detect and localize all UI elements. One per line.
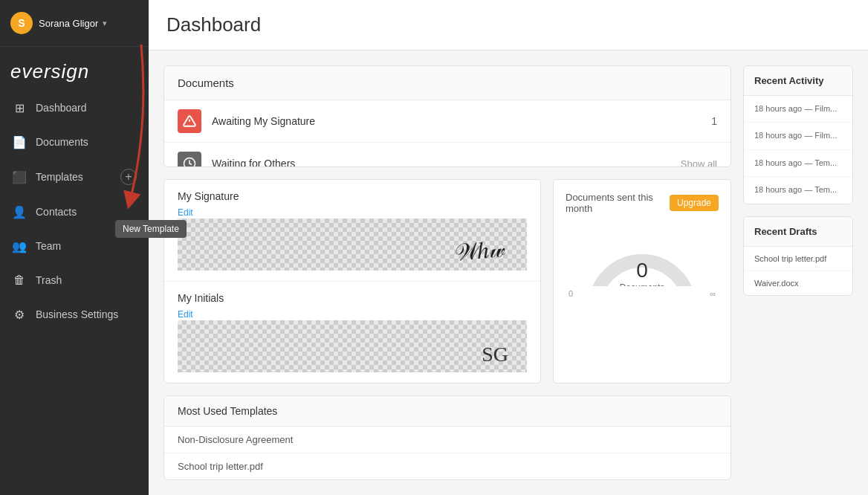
sidebar-header[interactable]: S Sorana Gligor ▾ [0,0,149,47]
left-column: Documents Awaiting My Signature 1 [163,65,731,480]
gear-icon: ⚙ [12,307,27,322]
gauge-axis-min: 0 [569,289,573,298]
people-icon: 👥 [12,239,27,253]
grid-icon: ⊞ [12,100,27,115]
signature-card: My Signature Edit 𝒲ℎ𝓌 My Initials Edit [163,179,541,384]
gauge-axis-max: ∞ [710,289,716,298]
file-icon: 📄 [12,135,27,149]
sidebar-item-label: Team [36,240,137,252]
my-initials-content: SG [178,320,527,372]
my-signature-label: My Signature [178,190,527,202]
page-title: Dashboard [166,13,261,36]
bottom-row: My Signature Edit 𝒲ℎ𝓌 My Initials Edit [163,179,731,384]
my-signature-row: My Signature Edit 𝒲ℎ𝓌 [164,180,540,282]
waiting-for-others-row[interactable]: Waiting for Others Show all [164,143,731,167]
sidebar: S Sorana Gligor ▾ eversign ⊞ Dashboard 📄… [0,0,149,495]
waiting-others-showall[interactable]: Show all [681,158,717,168]
sidebar-item-templates[interactable]: ⬛ Templates + [0,159,149,195]
new-template-plus-button[interactable]: + [120,169,137,185]
user-avatar: S [10,12,33,34]
my-initials-label: My Initials [178,292,527,304]
upgrade-button[interactable]: Upgrade [670,195,719,211]
sidebar-item-label: Documents [36,136,137,148]
templates-row: Most Used Templates Non-Disclosure Agree… [163,395,731,480]
trash-icon: 🗑 [12,273,27,288]
new-template-tooltip: New Template [115,220,187,238]
waiting-others-icon [178,152,201,167]
recent-activity-card: Recent Activity 18 hours ago — Film... 1… [743,65,853,204]
right-panel: Recent Activity 18 hours ago — Film... 1… [743,65,853,480]
template-item[interactable]: Non-Disclosure Agreement [164,427,731,453]
sidebar-item-label: Contacts [36,206,137,218]
my-initials-edit-link[interactable]: Edit [178,309,193,320]
awaiting-signature-label: Awaiting My Signature [212,115,701,127]
awaiting-signature-count: 1 [711,115,717,127]
my-initials-row: My Initials Edit SG [164,282,540,383]
signature-canvas: 𝒲ℎ𝓌 [178,219,527,271]
draft-item[interactable]: Waiver.docx [744,271,852,295]
template-icon: ⬛ [12,169,27,184]
draft-item[interactable]: School trip letter.pdf [744,247,852,271]
sidebar-item-business-settings[interactable]: ⚙ Business Settings [0,297,149,331]
my-signature-edit-link[interactable]: Edit [178,207,193,218]
person-icon: 👤 [12,204,27,219]
my-signature-content: 𝒲ℎ𝓌 [178,219,527,271]
signature-image: 𝒲ℎ𝓌 [453,235,506,267]
recent-drafts-header: Recent Drafts [744,217,852,247]
most-used-header: Most Used Templates [164,396,731,427]
activity-item: 18 hours ago — Tem... [744,150,852,177]
topbar: Dashboard [149,0,868,51]
awaiting-signature-row[interactable]: Awaiting My Signature 1 [164,100,731,143]
docs-sent-card: Documents sent this month Upgrade 0 Doc [553,179,731,384]
awaiting-signature-icon [178,109,201,133]
activity-item: 18 hours ago — Tem... [744,177,852,203]
content-area: Documents Awaiting My Signature 1 [149,51,868,495]
sidebar-item-label: Templates [36,171,120,183]
sidebar-item-dashboard[interactable]: ⊞ Dashboard [0,91,149,125]
sidebar-username: Sorana Gligor [39,18,98,29]
main-content: Dashboard Documents Awaiting My Signatur… [149,0,868,495]
recent-drafts-card: Recent Drafts School trip letter.pdf Wai… [743,216,853,296]
chevron-down-icon: ▾ [103,19,107,28]
gauge-axis: 0 ∞ [566,289,719,298]
documents-card: Documents Awaiting My Signature 1 [163,65,731,167]
gauge-chart: 0 Documents [583,223,702,286]
recent-activity-header: Recent Activity [744,66,852,96]
gauge-number: 0 [620,259,665,282]
gauge-center-text: 0 Documents [620,259,665,286]
eversign-logo: eversign [0,47,149,91]
initials-canvas: SG [178,320,527,372]
sidebar-item-label: Business Settings [36,308,137,320]
docs-sent-title: Documents sent this month Upgrade [566,192,719,214]
activity-item: 18 hours ago — Film... [744,123,852,149]
most-used-templates-card: Most Used Templates Non-Disclosure Agree… [163,395,731,480]
documents-card-header: Documents [164,66,731,100]
sidebar-item-label: Trash [36,274,137,286]
template-item[interactable]: School trip letter.pdf [164,453,731,479]
gauge-label: Documents [620,282,665,286]
activity-item: 18 hours ago — Film... [744,96,852,123]
sidebar-item-documents[interactable]: 📄 Documents [0,125,149,159]
initials-image: SG [482,343,508,366]
sidebar-item-label: Dashboard [36,102,137,114]
waiting-others-label: Waiting for Others [212,158,670,167]
sidebar-item-trash[interactable]: 🗑 Trash [0,263,149,297]
